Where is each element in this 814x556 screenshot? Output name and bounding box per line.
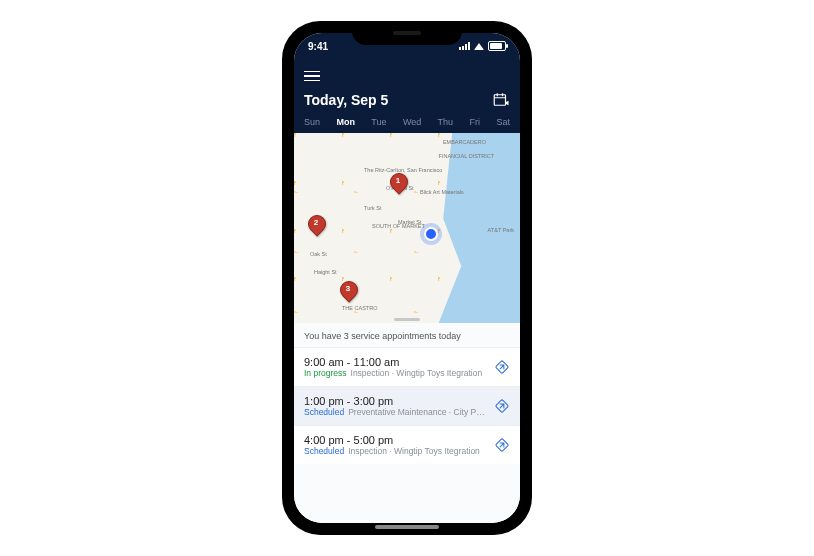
wifi-icon (474, 43, 484, 50)
map-label-ritz: The Ritz-Carlton, San Francisco (364, 167, 442, 173)
current-location-dot (424, 227, 438, 241)
phone-notch (352, 23, 462, 45)
app-header: Today, Sep 5 SunMonTueWedThuFriSat (294, 59, 520, 133)
day-tabs: SunMonTueWedThuFriSat (304, 117, 510, 133)
appointment-time: 1:00 pm - 3:00 pm (304, 395, 488, 407)
status-right (459, 41, 506, 51)
map-label-financial: FINANCIAL DISTRICT (439, 153, 494, 159)
appointment-time: 4:00 pm - 5:00 pm (304, 434, 488, 446)
home-indicator[interactable] (375, 525, 439, 529)
day-tab-wed[interactable]: Wed (403, 117, 421, 127)
map-label-att: AT&T Park (488, 227, 514, 233)
map-label-castro: THE CASTRO (342, 305, 377, 311)
appointment-status: Scheduled (304, 407, 344, 417)
appointment-row[interactable]: 9:00 am - 11:00 amIn progressInspection … (294, 347, 520, 386)
map-label-blick: Blick Art Materials (420, 189, 464, 195)
day-tab-sun[interactable]: Sun (304, 117, 320, 127)
directions-icon[interactable] (494, 437, 510, 453)
day-tab-thu[interactable]: Thu (438, 117, 454, 127)
appointment-status: In progress (304, 368, 347, 378)
day-tab-tue[interactable]: Tue (371, 117, 386, 127)
map-label-embarcadero: EMBARCADERO (443, 139, 486, 145)
phone-speaker (393, 31, 421, 35)
battery-icon (488, 41, 506, 51)
appointments-summary: You have 3 service appointments today (294, 323, 520, 347)
directions-icon[interactable] (494, 359, 510, 375)
appointment-detail: In progressInspection · Wingtip Toys Ite… (304, 368, 488, 378)
appointment-list[interactable]: You have 3 service appointments today 9:… (294, 323, 520, 523)
day-tab-sat[interactable]: Sat (496, 117, 510, 127)
menu-icon[interactable] (304, 71, 320, 82)
appointment-status: Scheduled (304, 446, 344, 456)
map-view[interactable]: EMBARCADERO FINANCIAL DISTRICT The Ritz-… (294, 133, 520, 323)
status-time: 9:41 (308, 41, 328, 52)
signal-icon (459, 42, 470, 50)
appointment-detail: ScheduledPreventative Maintenance · City… (304, 407, 488, 417)
appointment-time: 9:00 am - 11:00 am (304, 356, 488, 368)
map-label-haight: Haight St (314, 269, 337, 275)
phone-screen: 9:41 Today, Sep 5 (294, 33, 520, 523)
day-tab-mon[interactable]: Mon (336, 117, 355, 127)
appointment-row[interactable]: 1:00 pm - 3:00 pmScheduledPreventative M… (294, 386, 520, 425)
map-label-turk: Turk St (364, 205, 382, 211)
stage: 9:41 Today, Sep 5 (0, 0, 814, 556)
map-label-soma: SOUTH OF MARKET (372, 223, 425, 229)
directions-icon[interactable] (494, 398, 510, 414)
phone-frame: 9:41 Today, Sep 5 (284, 23, 530, 533)
sheet-drag-handle[interactable] (394, 318, 420, 321)
calendar-icon[interactable] (492, 91, 510, 109)
appointment-row[interactable]: 4:00 pm - 5:00 pmScheduledInspection · W… (294, 425, 520, 464)
day-tab-fri[interactable]: Fri (470, 117, 481, 127)
appointment-detail: ScheduledInspection · Wingtip Toys Itegr… (304, 446, 488, 456)
page-title: Today, Sep 5 (304, 92, 388, 108)
svg-rect-0 (494, 95, 505, 106)
map-label-oak: Oak St (310, 251, 327, 257)
